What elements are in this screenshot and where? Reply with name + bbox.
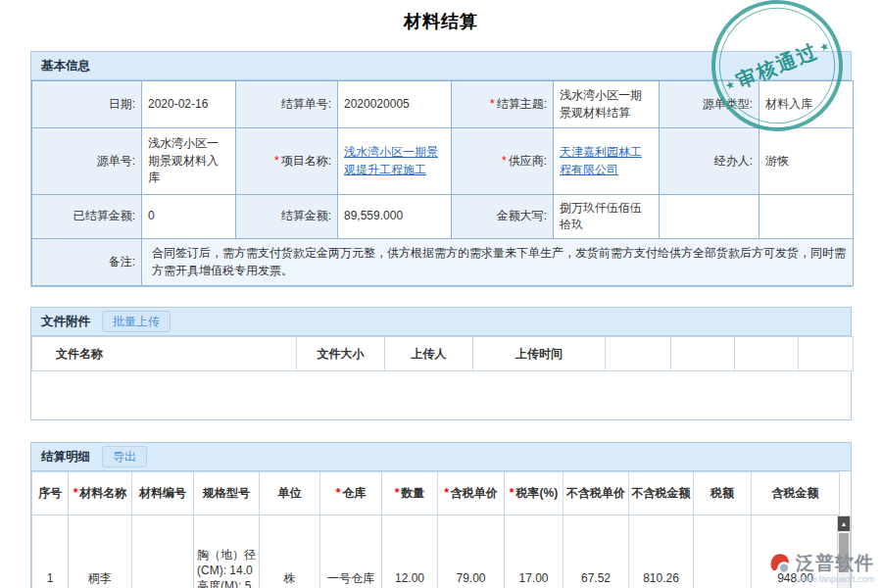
required-mark: * <box>490 97 495 111</box>
col-untaxed-amount: 不含税金额 <box>629 472 694 515</box>
supplier-link[interactable]: 天津嘉利园林工程有限公司 <box>560 145 642 175</box>
source-no-value: 浅水湾小区一期景观材料入库 <box>142 128 236 195</box>
col-warehouse: *仓库 <box>320 472 382 515</box>
col-tax-rate-text: 税率(%) <box>516 486 559 500</box>
col-unit: 单位 <box>260 472 320 515</box>
col-taxed-price-text: 含税单价 <box>451 486 498 500</box>
col-tax-amount: 税额 <box>694 472 752 515</box>
required-mark: * <box>395 486 400 500</box>
amount-words-label: 金额大写: <box>452 195 554 239</box>
col-seq: 序号 <box>32 472 69 515</box>
attachments-title: 文件附件 <box>41 314 90 330</box>
col-taxed-amount: 含税金额 <box>752 472 840 515</box>
col-untaxed-price: 不含税单价 <box>564 472 629 515</box>
col-empty <box>606 337 671 371</box>
page: 材料结算 ★ 审核通过 ★ 基本信息 日期: 2020-02-16 结算单号: … <box>0 0 882 588</box>
table-row: 1 稠李 胸（地）径(CM): 14.0 高度(M): 5.0 冠幅(M* 株 … <box>32 515 840 588</box>
details-table-wrap: 序号 *材料名称 材料编号 规格型号 单位 *仓库 *数量 *含税单价 *税率(… <box>31 471 851 588</box>
brand-logo-icon <box>768 552 792 575</box>
source-no-label: 源单号: <box>32 128 142 195</box>
settle-no-label: 结算单号: <box>236 81 338 128</box>
settle-amount-label: 结算金额: <box>236 195 338 239</box>
remark-value: 合同签订后，需方需支付货款定金两万元整，供方根据需方的需求量来下单生产，发货前需… <box>142 239 854 286</box>
table-row: 备注: 合同签订后，需方需支付货款定金两万元整，供方根据需方的需求量来下单生产，… <box>32 239 854 286</box>
col-tax-rate: *税率(%) <box>505 472 564 515</box>
cell-quantity: 12.00 <box>382 515 438 588</box>
empty-cell <box>760 195 854 239</box>
required-mark: * <box>510 486 514 500</box>
project-value: 浅水湾小区一期景观提升工程施工 <box>338 128 452 195</box>
empty-cell <box>660 195 760 239</box>
cell-material-name: 稠李 <box>69 515 132 588</box>
cell-warehouse: 一号仓库 <box>320 515 382 588</box>
col-taxed-price: *含税单价 <box>438 472 505 515</box>
subject-value: 浅水湾小区一期景观材料结算 <box>554 81 660 128</box>
table-header-row: 文件名称 文件大小 上传人 上传时间 <box>32 337 854 371</box>
settle-amount-value: 89,559.000 <box>338 195 452 239</box>
attachments-header: 文件附件 批量上传 <box>31 308 851 336</box>
table-header-row: 序号 *材料名称 材料编号 规格型号 单位 *仓库 *数量 *含税单价 *税率(… <box>32 472 840 515</box>
cell-unit: 株 <box>260 515 320 588</box>
brand-watermark: 泛普软件 www.fanpusoft.com <box>768 551 874 584</box>
col-material-no: 材料编号 <box>132 472 194 515</box>
cell-tax-amount <box>694 515 752 588</box>
required-mark: * <box>502 154 507 168</box>
settled-amount-value: 0 <box>142 195 236 239</box>
attachments-empty-area <box>31 371 851 419</box>
brand-url: www.fanpusoft.com <box>798 574 874 584</box>
col-quantity: *数量 <box>382 472 438 515</box>
supplier-label: *供应商: <box>452 128 554 195</box>
col-material-name: *材料名称 <box>69 472 132 515</box>
handler-label: 经办人: <box>660 128 760 195</box>
cell-seq: 1 <box>32 515 69 588</box>
settled-amount-label: 已结算金额: <box>32 195 142 239</box>
brand-name: 泛普软件 <box>796 551 874 576</box>
details-title: 结算明细 <box>41 449 90 466</box>
basic-info-title: 基本信息 <box>41 58 90 74</box>
col-quantity-text: 数量 <box>401 486 424 500</box>
amount-words-value: 捌万玖仟伍佰伍拾玖 <box>554 195 660 239</box>
scroll-up-icon[interactable] <box>838 516 850 531</box>
col-warehouse-text: 仓库 <box>342 486 366 500</box>
col-file-size: 文件大小 <box>297 337 385 371</box>
project-label: *项目名称: <box>236 128 338 195</box>
col-spec: 规格型号 <box>194 472 260 515</box>
date-label: 日期: <box>32 81 142 128</box>
cell-spec: 胸（地）径(CM): 14.0 高度(M): 5.0 冠幅(M* <box>194 515 260 588</box>
cell-untaxed-price: 67.52 <box>564 515 629 588</box>
col-empty <box>671 337 735 371</box>
col-file-name: 文件名称 <box>32 337 297 371</box>
col-upload-time: 上传时间 <box>473 337 606 371</box>
batch-upload-button[interactable]: 批量上传 <box>102 311 171 332</box>
attachments-panel: 文件附件 批量上传 文件名称 文件大小 上传人 上传时间 <box>30 307 852 420</box>
project-label-text: 项目名称: <box>281 154 331 168</box>
brand-row: 泛普软件 <box>768 551 874 576</box>
subject-label: *结算主题: <box>452 81 554 128</box>
table-row: 已结算金额: 0 结算金额: 89,559.000 金额大写: 捌万玖仟伍佰伍拾… <box>32 195 854 239</box>
col-uploader: 上传人 <box>385 337 473 371</box>
remark-label: 备注: <box>32 239 142 286</box>
stamp-star-icon: ★ <box>817 39 831 55</box>
cell-untaxed-amount: 810.26 <box>629 515 694 588</box>
attachments-table: 文件名称 文件大小 上传人 上传时间 <box>31 336 854 371</box>
required-mark: * <box>444 486 449 500</box>
required-mark: * <box>336 486 341 500</box>
stamp-text: 审核通过 <box>732 37 822 94</box>
cell-material-no <box>132 515 194 588</box>
col-material-name-text: 材料名称 <box>79 486 126 500</box>
supplier-label-text: 供应商: <box>509 154 547 168</box>
handler-value: 游恢 <box>760 128 854 195</box>
settle-no-value: 2020020005 <box>338 81 452 128</box>
date-value: 2020-02-16 <box>142 81 236 128</box>
table-row: 源单号: 浅水湾小区一期景观材料入库 *项目名称: 浅水湾小区一期景观提升工程施… <box>32 128 854 195</box>
details-table: 序号 *材料名称 材料编号 规格型号 单位 *仓库 *数量 *含税单价 *税率(… <box>31 471 840 588</box>
required-mark: * <box>274 154 279 168</box>
stamp-star-icon: ★ <box>723 77 737 93</box>
col-empty <box>735 337 799 371</box>
export-button[interactable]: 导出 <box>102 446 147 467</box>
supplier-value: 天津嘉利园林工程有限公司 <box>554 128 660 195</box>
details-header: 结算明细 导出 <box>31 443 851 471</box>
cell-taxed-price: 79.00 <box>438 515 505 588</box>
project-link[interactable]: 浅水湾小区一期景观提升工程施工 <box>344 145 438 175</box>
col-empty <box>799 337 854 371</box>
